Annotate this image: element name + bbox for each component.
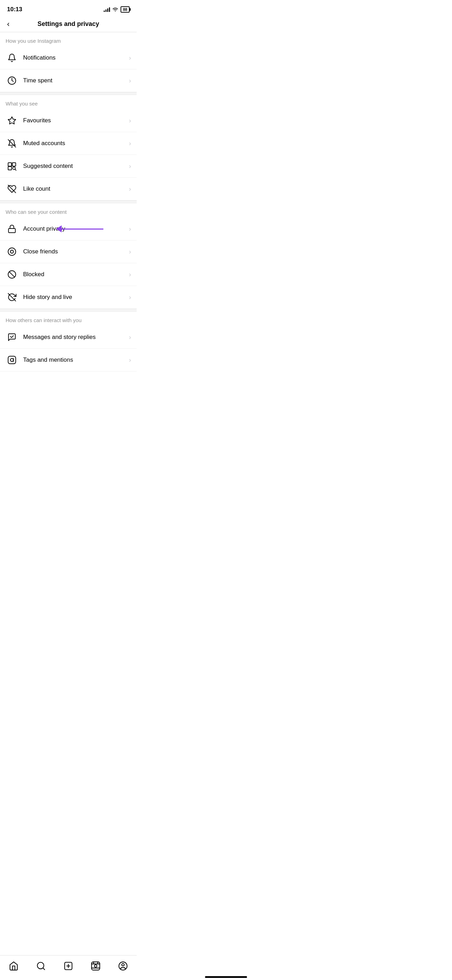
settings-item-close-friends[interactable]: Close friends › — [0, 240, 137, 263]
section-divider — [0, 200, 137, 203]
settings-item-messages-story-replies[interactable]: Messages and story replies › — [0, 326, 137, 349]
svg-point-17 — [11, 359, 14, 362]
status-time: 10:13 — [7, 6, 22, 13]
svg-point-12 — [11, 251, 13, 253]
settings-content: How you use Instagram Notifications › Ti… — [0, 32, 137, 407]
hide-story-icon — [6, 291, 18, 304]
settings-item-blocked[interactable]: Blocked › — [0, 263, 137, 286]
messages-story-replies-label: Messages and story replies — [23, 334, 129, 341]
wifi-icon — [112, 7, 118, 13]
svg-rect-4 — [12, 162, 16, 166]
settings-item-like-count[interactable]: Like count › — [0, 178, 137, 200]
settings-item-notifications[interactable]: Notifications › — [0, 47, 137, 69]
blocked-label: Blocked — [23, 271, 129, 278]
blocked-icon — [6, 268, 18, 281]
back-button[interactable]: ‹ — [6, 18, 11, 30]
settings-item-account-privacy[interactable]: Account privacy › — [0, 218, 137, 240]
chevron-right-icon: › — [129, 162, 131, 170]
chevron-right-icon: › — [129, 248, 131, 256]
chevron-right-icon: › — [129, 334, 131, 341]
like-count-label: Like count — [23, 185, 129, 192]
bell-muted-icon — [6, 137, 18, 150]
page-title: Settings and privacy — [6, 20, 131, 28]
chevron-right-icon: › — [129, 185, 131, 193]
heart-off-icon — [6, 183, 18, 195]
section-divider — [0, 309, 137, 312]
notifications-label: Notifications — [23, 54, 129, 61]
svg-line-14 — [9, 272, 14, 277]
svg-marker-1 — [8, 117, 16, 124]
at-icon — [6, 354, 18, 366]
arrow-head — [56, 225, 62, 232]
svg-rect-16 — [8, 356, 16, 364]
chevron-right-icon: › — [129, 140, 131, 147]
battery-icon: 88 — [121, 6, 130, 13]
section-label-how-others-interact: How others can interact with you — [0, 312, 137, 326]
chevron-right-icon: › — [129, 117, 131, 124]
chevron-right-icon: › — [129, 225, 131, 233]
chevron-right-icon: › — [129, 54, 131, 62]
time-spent-label: Time spent — [23, 77, 129, 84]
signal-icon — [104, 7, 110, 12]
svg-rect-3 — [8, 162, 11, 166]
section-label-what-you-see: What you see — [0, 95, 137, 109]
tags-mentions-label: Tags and mentions — [23, 356, 129, 363]
clock-icon — [6, 74, 18, 87]
close-friends-icon — [6, 245, 18, 258]
status-icons: 88 — [104, 6, 130, 13]
bell-icon — [6, 51, 18, 64]
favourites-label: Favourites — [23, 117, 129, 124]
arrow-annotation — [56, 225, 103, 232]
svg-rect-5 — [8, 167, 11, 170]
suggested-content-label: Suggested content — [23, 162, 129, 170]
suggested-content-icon — [6, 160, 18, 172]
arrow-line — [61, 229, 103, 229]
chevron-right-icon: › — [129, 356, 131, 364]
star-icon — [6, 114, 18, 127]
messenger-icon — [6, 331, 18, 344]
section-label-who-can-see: Who can see your content — [0, 203, 137, 218]
chevron-right-icon: › — [129, 271, 131, 278]
settings-item-hide-story[interactable]: Hide story and live › — [0, 286, 137, 309]
settings-item-suggested-content[interactable]: Suggested content › — [0, 155, 137, 178]
settings-item-favourites[interactable]: Favourites › — [0, 109, 137, 132]
status-bar: 10:13 88 — [0, 0, 137, 17]
svg-rect-9 — [8, 229, 16, 233]
hide-story-label: Hide story and live — [23, 294, 129, 301]
settings-item-muted-accounts[interactable]: Muted accounts › — [0, 132, 137, 155]
chevron-right-icon: › — [129, 294, 131, 301]
header: ‹ Settings and privacy — [0, 17, 137, 32]
lock-icon — [6, 223, 18, 235]
settings-item-tags-mentions[interactable]: Tags and mentions › — [0, 349, 137, 372]
section-divider — [0, 92, 137, 95]
section-label-how-you-use: How you use Instagram — [0, 32, 137, 47]
close-friends-label: Close friends — [23, 248, 129, 255]
muted-accounts-label: Muted accounts — [23, 140, 129, 147]
svg-line-7 — [15, 169, 16, 170]
chevron-right-icon: › — [129, 77, 131, 84]
settings-item-time-spent[interactable]: Time spent › — [0, 69, 137, 92]
